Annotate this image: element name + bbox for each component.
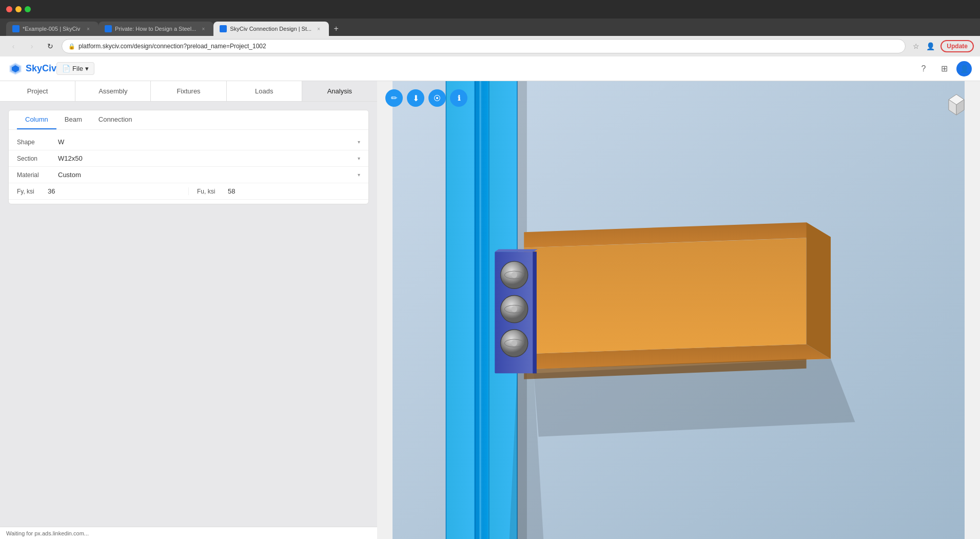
new-tab-button[interactable]: + bbox=[329, 22, 343, 36]
skyciv-logo-icon bbox=[8, 62, 23, 76]
app: SkyCiv 📄 File ▾ ? ⊞ 👤 Project Assembly bbox=[0, 56, 980, 539]
content-area: Column Beam Connection Shape bbox=[0, 102, 377, 527]
lock-icon: 🔒 bbox=[68, 43, 75, 50]
section-label: Section bbox=[17, 155, 58, 162]
nav-tab-loads[interactable]: Loads bbox=[227, 81, 302, 101]
browser-tab-1[interactable]: *Example-005 | SkyCiv × bbox=[6, 22, 99, 36]
browser-chrome: *Example-005 | SkyCiv × Private: How to … bbox=[0, 0, 980, 56]
url-text: platform.skyciv.com/design/connection?pr… bbox=[79, 43, 899, 50]
strength-row: Fy, ksi Fu, ksi bbox=[9, 183, 368, 200]
cube-svg bbox=[941, 89, 972, 120]
svg-point-27 bbox=[512, 306, 517, 312]
tab-title-2: Private: How to Design a Steel... bbox=[115, 26, 196, 32]
address-bar-actions: ☆ 👤 bbox=[910, 40, 936, 52]
material-row: Material Custom ▾ bbox=[9, 167, 368, 183]
app-logo: SkyCiv bbox=[8, 62, 56, 76]
maximize-traffic-light[interactable] bbox=[25, 6, 31, 12]
left-panel: Project Assembly Fixtures Loads Analysis bbox=[0, 81, 377, 539]
tab-favicon-1 bbox=[12, 25, 19, 32]
nav-tabs: Project Assembly Fixtures Loads Analysis bbox=[0, 81, 377, 102]
svg-rect-4 bbox=[446, 81, 475, 539]
section-row: Section W12x50 ▾ bbox=[9, 150, 368, 167]
traffic-lights bbox=[6, 6, 31, 12]
3d-scene-svg bbox=[377, 81, 980, 539]
svg-marker-16 bbox=[524, 238, 806, 354]
browser-tab-2[interactable]: Private: How to Design a Steel... × bbox=[99, 22, 213, 36]
nav-tab-assembly[interactable]: Assembly bbox=[75, 81, 151, 101]
address-bar[interactable]: 🔒 platform.skyciv.com/design/connection?… bbox=[62, 39, 906, 53]
file-icon: 📄 bbox=[62, 65, 70, 72]
view-panel: ✏ ⬇ ⦿ ℹ bbox=[377, 81, 980, 539]
sub-tab-column[interactable]: Column bbox=[17, 110, 56, 129]
file-chevron-icon: ▾ bbox=[85, 65, 89, 72]
tabs-bar: *Example-005 | SkyCiv × Private: How to … bbox=[0, 18, 980, 36]
nav-tab-fixtures[interactable]: Fixtures bbox=[151, 81, 226, 101]
section-dropdown-icon: ▾ bbox=[358, 156, 360, 161]
camera-tool-button[interactable]: ⦿ bbox=[428, 89, 446, 107]
bookmark-button[interactable]: ☆ bbox=[910, 40, 922, 52]
material-dropdown-icon: ▾ bbox=[358, 172, 360, 178]
file-button[interactable]: 📄 File ▾ bbox=[56, 62, 94, 75]
app-logo-text: SkyCiv bbox=[26, 63, 56, 74]
back-button[interactable]: ‹ bbox=[6, 39, 21, 53]
shape-label: Shape bbox=[17, 139, 58, 146]
svg-point-24 bbox=[512, 272, 517, 278]
sub-tab-connection[interactable]: Connection bbox=[90, 110, 141, 129]
avatar-icon-button[interactable]: 👤 bbox=[956, 61, 972, 76]
address-bar-row: ‹ › ↻ 🔒 platform.skyciv.com/design/conne… bbox=[0, 36, 980, 56]
header-right: ? ⊞ 👤 bbox=[915, 61, 972, 77]
loading-text: Waiting for px.ads.linkedin.com... bbox=[6, 530, 89, 536]
fy-label: Fy, ksi bbox=[17, 188, 48, 195]
section-value[interactable]: W12x50 ▾ bbox=[58, 155, 360, 162]
canvas-area[interactable]: ✏ ⬇ ⦿ ℹ bbox=[377, 81, 980, 539]
download-tool-button[interactable]: ⬇ bbox=[407, 89, 424, 107]
info-tool-button[interactable]: ℹ bbox=[450, 89, 467, 107]
fy-half: Fy, ksi bbox=[17, 187, 189, 195]
material-label: Material bbox=[17, 171, 58, 179]
fu-input[interactable] bbox=[228, 187, 360, 195]
sub-tab-beam[interactable]: Beam bbox=[56, 110, 90, 129]
view-toolbar: ✏ ⬇ ⦿ ℹ bbox=[385, 89, 467, 107]
sub-tabs: Column Beam Connection bbox=[9, 110, 368, 130]
svg-marker-17 bbox=[807, 222, 831, 359]
material-value[interactable]: Custom ▾ bbox=[58, 171, 360, 179]
close-traffic-light[interactable] bbox=[6, 6, 12, 12]
cube-navigator[interactable] bbox=[941, 89, 972, 120]
edit-tool-button[interactable]: ✏ bbox=[385, 89, 403, 107]
main-layout: Project Assembly Fixtures Loads Analysis bbox=[0, 81, 980, 539]
nav-tab-analysis[interactable]: Analysis bbox=[302, 81, 377, 101]
fu-half: Fu, ksi bbox=[189, 187, 360, 195]
shape-dropdown-icon: ▾ bbox=[358, 139, 360, 145]
svg-point-30 bbox=[512, 340, 517, 346]
reload-button[interactable]: ↻ bbox=[43, 39, 57, 53]
shape-value[interactable]: W ▾ bbox=[58, 138, 360, 146]
section-text: W12x50 bbox=[58, 155, 83, 162]
fu-label: Fu, ksi bbox=[197, 188, 228, 195]
tab-favicon-2 bbox=[105, 25, 112, 32]
browser-tab-3[interactable]: SkyCiv Connection Design | St... × bbox=[213, 22, 329, 36]
svg-rect-20 bbox=[533, 252, 537, 373]
shape-row: Shape W ▾ bbox=[9, 134, 368, 150]
forward-button[interactable]: › bbox=[25, 39, 39, 53]
tab-close-1[interactable]: × bbox=[84, 25, 92, 33]
material-text: Custom bbox=[58, 171, 81, 179]
profile-button[interactable]: 👤 bbox=[924, 40, 936, 52]
tab-close-2[interactable]: × bbox=[199, 25, 207, 33]
help-icon-button[interactable]: ? bbox=[915, 61, 932, 77]
update-button[interactable]: Update bbox=[940, 40, 974, 52]
nav-tab-project[interactable]: Project bbox=[0, 81, 75, 101]
tab-close-3[interactable]: × bbox=[315, 25, 323, 33]
tab-title-3: SkyCiv Connection Design | St... bbox=[230, 26, 311, 32]
form-section: Shape W ▾ Section W12x50 ▾ bbox=[9, 130, 368, 204]
grid-icon-button[interactable]: ⊞ bbox=[936, 61, 952, 77]
browser-titlebar bbox=[0, 0, 980, 18]
svg-marker-21 bbox=[495, 249, 538, 252]
minimize-traffic-light[interactable] bbox=[15, 6, 22, 12]
shape-text: W bbox=[58, 138, 64, 146]
loading-bar: Waiting for px.ads.linkedin.com... bbox=[0, 527, 251, 539]
tab-title-1: *Example-005 | SkyCiv bbox=[23, 26, 81, 32]
fy-input[interactable] bbox=[48, 187, 180, 195]
file-label: File bbox=[72, 65, 83, 72]
assembly-card: Column Beam Connection Shape bbox=[8, 110, 369, 204]
app-header: SkyCiv 📄 File ▾ ? ⊞ 👤 bbox=[0, 56, 980, 81]
